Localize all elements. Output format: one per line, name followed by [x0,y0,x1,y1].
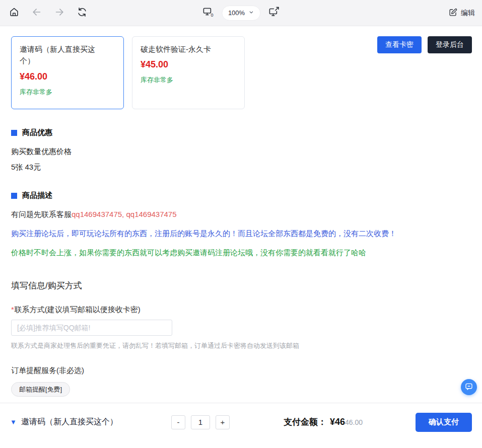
view-card-secret-button[interactable]: 查看卡密 [377,36,422,53]
checkout-bar: ▼ 邀请码（新人直接买这个） - + 支付金额： ¥46 46.00 确认支付 [0,403,482,448]
home-icon [9,7,20,19]
arrow-right-icon [54,7,65,19]
monitor-external-icon [268,6,280,20]
contact-help-text: 联系方式是商家处理售后的重要凭证，请勿乱写！若填写邮箱，订单通过后卡密将自动发送… [11,341,472,350]
toolbar-nav-group [7,6,89,20]
form-section-title: 填写信息/购买方式 [11,280,472,291]
selected-product-name: 邀请码（新人直接买这个） [21,417,118,427]
product-name: 破走软件验证-永久卡 [141,43,222,55]
product-name: 邀请码（新人直接买这个） [20,43,101,67]
product-price: ¥46.00 [20,71,115,82]
open-in-new-window-button[interactable] [267,6,281,20]
forward-button[interactable] [52,6,66,20]
quantity-increase-button[interactable]: + [216,415,230,429]
section-bullet-square [11,193,17,199]
arrow-left-icon [31,7,42,19]
refresh-icon [77,7,88,19]
chevron-down-icon [248,9,254,17]
header-action-buttons: 查看卡密 登录后台 [377,36,472,53]
quantity-stepper: - + [171,415,230,429]
quantity-input[interactable] [191,415,210,429]
expand-triangle-icon: ▼ [10,418,17,426]
order-form-section: 填写信息/购买方式 *联系方式(建议填写邮箱以便接收卡密) 联系方式是商家处理售… [11,280,472,397]
promo-line: 5张 43元 [11,163,472,172]
promo-line: 购买数量优惠价格 [11,147,472,157]
product-card-invite-code[interactable]: 邀请码（新人直接买这个） ¥46.00 库存非常多 [11,36,124,109]
chat-support-fab[interactable] [461,379,477,395]
refresh-button[interactable] [75,6,89,20]
product-card-software-license[interactable]: 破走软件验证-永久卡 ¥45.00 库存非常多 [132,36,245,109]
svg-text:0: 0 [211,13,213,18]
device-monitor-icon: 0 [202,6,214,20]
toolbar-view-group: 0 100% [201,6,281,21]
back-button[interactable] [30,6,44,20]
promo-section: 商品优惠 购买数量优惠价格 5张 43元 [11,128,472,172]
contact-service-line: 有问题先联系客服qq1469437475, qq1469437475 [11,210,472,219]
product-card-list: 邀请码（新人直接买这个） ¥46.00 库存非常多 破走软件验证-永久卡 ¥45… [11,36,245,109]
reminder-service-label: 订单提醒服务(非必选) [11,366,472,376]
edit-pencil-icon [448,8,458,19]
payment-amount-decimal: 46.00 [345,418,363,426]
zoom-level-dropdown[interactable]: 100% [222,6,260,21]
payment-amount-value: ¥46 [330,417,345,427]
device-selector-button[interactable]: 0 [201,6,215,20]
admin-login-button[interactable]: 登录后台 [428,36,472,53]
home-button[interactable] [7,6,21,20]
contact-service-prefix: 有问题先联系客服 [11,210,72,218]
contact-field-label: *联系方式(建议填写邮箱以便接收卡密) [11,305,472,315]
product-price: ¥45.00 [141,59,236,70]
chat-bubble-icon [464,382,473,393]
product-stock-status: 库存非常多 [20,88,115,97]
section-bullet-square [11,130,17,136]
required-asterisk: * [11,305,14,314]
payment-amount-label: 支付金额： [284,416,326,428]
description-note-blue: 购买注册论坛后，即可玩论坛所有的东西，注册后的账号是永久的！而且论坛全部东西都是… [11,229,472,239]
quantity-decrease-button[interactable]: - [171,415,185,429]
email-reminder-chip[interactable]: 邮箱提醒[免费] [11,382,70,397]
description-note-green: 价格时不时会上涨，如果你需要的东西就可以考虑购买邀请码注册论坛哦，没有你需要的就… [11,248,472,258]
browser-toolbar: 0 100% 编辑 [0,0,482,26]
product-page: 邀请码（新人直接买这个） ¥46.00 库存非常多 破走软件验证-永久卡 ¥45… [0,26,482,397]
zoom-level-value: 100% [228,9,245,17]
promo-section-title: 商品优惠 [22,128,52,137]
description-section: 商品描述 有问题先联系客服qq1469437475, qq1469437475 … [11,191,472,258]
edit-button-label: 编辑 [461,9,475,18]
edit-button[interactable]: 编辑 [448,8,475,19]
contact-qq-numbers: qq1469437475, qq1469437475 [72,210,177,218]
confirm-payment-button[interactable]: 确认支付 [416,413,472,432]
selected-product-toggle[interactable]: ▼ 邀请码（新人直接买这个） [10,417,161,427]
product-stock-status: 库存非常多 [141,76,236,85]
description-section-title: 商品描述 [22,191,52,200]
contact-input[interactable] [11,320,172,336]
payment-amount: 支付金额： ¥46 46.00 [284,416,363,428]
